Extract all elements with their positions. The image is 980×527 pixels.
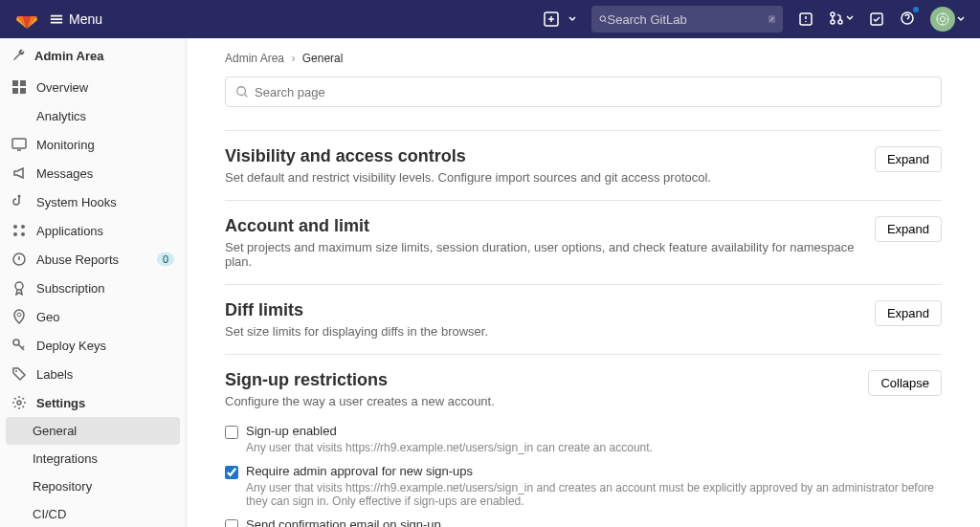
sidebar-item-geo[interactable]: Geo [0, 302, 186, 331]
svg-point-18 [21, 225, 25, 229]
menu-button[interactable]: Menu [50, 11, 102, 27]
apps-icon [11, 223, 27, 238]
sidebar-item-messages[interactable]: Messages [0, 159, 186, 187]
section-title: Sign-up restrictions [225, 370, 495, 390]
svg-point-4 [831, 12, 835, 16]
sidebar-sub-general[interactable]: General [6, 417, 180, 445]
svg-point-26 [17, 401, 21, 405]
page-search-input[interactable] [255, 85, 931, 99]
sidebar-item-settings[interactable]: Settings [0, 388, 186, 417]
svg-point-17 [13, 225, 17, 229]
svg-point-1 [600, 16, 605, 21]
user-avatar[interactable] [930, 7, 955, 32]
breadcrumb-current: General [302, 52, 344, 65]
slash-shortcut-icon [768, 13, 775, 25]
chevron-down-icon [957, 15, 965, 23]
sidebar-item-deploy-keys[interactable]: Deploy Keys [0, 331, 186, 360]
sidebar-item-applications[interactable]: Applications [0, 216, 186, 245]
section-desc: Set projects and maximum size limits, se… [225, 240, 875, 269]
sidebar-sub-repository[interactable]: Repository [0, 472, 186, 500]
sidebar-sub-integrations[interactable]: Integrations [0, 445, 186, 472]
create-new-dropdown[interactable] [536, 11, 576, 27]
section-account: Account and limit Set projects and maxim… [225, 200, 942, 284]
sidebar-item-subscription[interactable]: Subscription [0, 274, 186, 302]
global-search-input[interactable] [608, 12, 768, 27]
sidebar-title[interactable]: Admin Area [0, 38, 186, 73]
avatar-icon [936, 12, 949, 26]
megaphone-icon [11, 165, 27, 181]
sidebar-item-abuse-reports[interactable]: Abuse Reports0 [0, 245, 186, 274]
issues-icon[interactable] [798, 11, 813, 27]
monitor-icon [11, 137, 27, 152]
svg-rect-13 [12, 88, 18, 94]
svg-rect-14 [20, 88, 26, 94]
gitlab-logo [15, 8, 38, 31]
svg-point-9 [937, 13, 948, 25]
signup-enabled-help: Any user that visits https://rh9.example… [246, 441, 942, 454]
section-visibility: Visibility and access controls Set defau… [225, 130, 942, 200]
expand-button[interactable]: Expand [875, 216, 942, 242]
section-desc: Set default and restrict visibility leve… [225, 170, 711, 185]
require-approval-help: Any user that visits https://rh9.example… [246, 481, 942, 508]
send-confirmation-label: Send confirmation email on sign-up [246, 517, 441, 527]
medal-icon [11, 280, 27, 296]
breadcrumb-root[interactable]: Admin Area [225, 52, 284, 65]
svg-rect-15 [12, 139, 26, 148]
help-icon [900, 11, 915, 26]
help-button[interactable] [900, 11, 915, 29]
svg-point-27 [237, 87, 246, 96]
svg-rect-12 [20, 80, 26, 86]
sidebar-item-monitoring[interactable]: Monitoring [0, 130, 186, 159]
warning-icon [11, 252, 27, 267]
signup-enabled-checkbox[interactable] [225, 426, 238, 439]
expand-button[interactable]: Expand [875, 146, 942, 172]
send-confirmation-checkbox[interactable] [225, 519, 238, 527]
svg-point-20 [21, 232, 25, 236]
svg-point-22 [15, 282, 23, 290]
menu-label: Menu [69, 11, 102, 27]
tag-icon [11, 366, 27, 382]
sidebar-sub-cicd[interactable]: CI/CD [0, 500, 186, 527]
merge-requests-button[interactable] [829, 11, 844, 29]
sidebar-item-overview[interactable]: Overview [0, 73, 186, 101]
location-icon [11, 309, 27, 324]
key-icon [11, 338, 27, 353]
search-icon [599, 12, 608, 26]
svg-rect-11 [12, 80, 18, 86]
merge-request-icon [829, 11, 844, 26]
svg-point-25 [15, 370, 17, 372]
require-approval-checkbox[interactable] [225, 466, 238, 479]
global-search[interactable] [591, 6, 783, 33]
collapse-button[interactable]: Collapse [868, 370, 942, 396]
signup-enabled-label: Sign-up enabled [246, 424, 337, 438]
grid-icon [11, 79, 27, 95]
plus-icon [544, 11, 559, 27]
page-search[interactable] [225, 77, 942, 107]
hamburger-icon [50, 12, 63, 26]
section-title: Diff limits [225, 300, 488, 320]
svg-point-16 [18, 195, 21, 198]
svg-point-6 [838, 20, 842, 24]
hook-icon [11, 194, 27, 209]
chart-icon [11, 108, 27, 123]
notification-dot [913, 7, 919, 12]
todos-icon[interactable] [869, 11, 884, 27]
breadcrumb: Admin Area › General [225, 52, 942, 65]
svg-point-5 [831, 20, 835, 24]
sidebar-item-analytics[interactable]: Analytics [0, 101, 186, 130]
section-title: Account and limit [225, 216, 875, 236]
svg-point-19 [13, 232, 17, 236]
wrench-icon [11, 48, 27, 63]
main-content: Admin Area › General Visibility and acce… [187, 38, 980, 527]
expand-button[interactable]: Expand [875, 300, 942, 326]
section-title: Visibility and access controls [225, 146, 711, 166]
section-desc: Set size limits for displaying diffs in … [225, 324, 488, 339]
section-diff: Diff limits Set size limits for displayi… [225, 284, 942, 354]
top-header: Menu [0, 0, 980, 38]
gear-icon [11, 395, 27, 410]
section-desc: Configure the way a user creates a new a… [225, 394, 495, 408]
sidebar-item-labels[interactable]: Labels [0, 360, 186, 388]
svg-point-10 [940, 16, 945, 21]
sidebar-item-system-hooks[interactable]: System Hooks [0, 187, 186, 216]
section-signup: Sign-up restrictions Configure the way a… [225, 354, 942, 527]
